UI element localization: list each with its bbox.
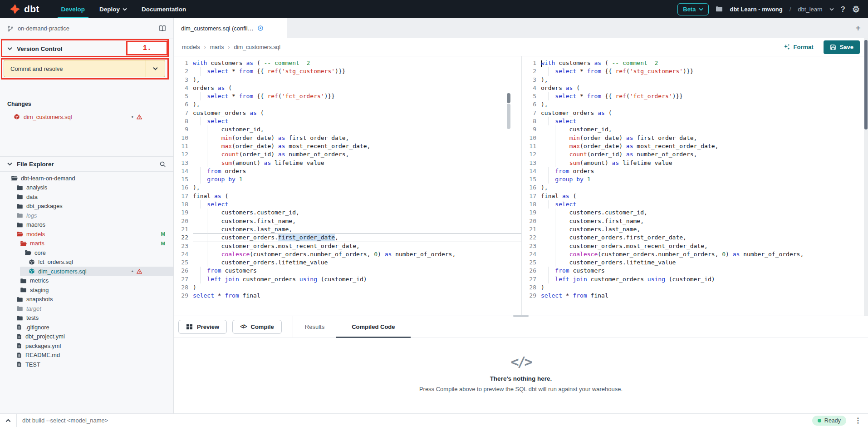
code-line-22[interactable]: 22 customer_orders.first_order_date, — [522, 233, 868, 242]
tree-item-marts[interactable]: martsM — [0, 239, 173, 248]
code-line-1[interactable]: 1with customers as ( -- comment 2 — [174, 59, 521, 67]
chevron-up-icon[interactable] — [0, 419, 16, 422]
code-line-21[interactable]: 21 customers.last_name, — [174, 225, 521, 233]
code-line-21[interactable]: 21 customers.last_name, — [522, 225, 868, 233]
docs-book-icon[interactable] — [159, 25, 166, 32]
editor-tab-dim-customers[interactable]: dim_customers.sql (confli… — [174, 18, 287, 38]
code-line-5[interactable]: 5 select * from {{ ref('fct_orders')}} — [174, 92, 521, 100]
tree-item-dbt-packages[interactable]: dbt_packages — [0, 202, 173, 211]
code-line-7[interactable]: 7customer_orders as ( — [174, 109, 521, 117]
new-tab-button[interactable]: + — [855, 24, 868, 33]
code-line-8[interactable]: 8 select — [522, 117, 868, 125]
code-line-4[interactable]: 4orders as ( — [522, 84, 868, 92]
environment-name[interactable]: dbt_learn — [798, 6, 822, 13]
code-line-11[interactable]: 11 max(order_date) as most_recent_order_… — [174, 142, 521, 150]
code-line-25[interactable]: 25 customer_orders.lifetime_value — [174, 258, 521, 267]
code-line-16[interactable]: 16), — [174, 184, 521, 192]
code-line-29[interactable]: 29select * from final — [174, 292, 521, 300]
code-line-6[interactable]: 6), — [522, 100, 868, 109]
tree-item-core[interactable]: core — [0, 248, 173, 258]
compile-button[interactable]: </> Compile — [232, 320, 282, 334]
editor-scrollbar[interactable] — [864, 38, 868, 316]
code-line-3[interactable]: 3), — [174, 76, 521, 84]
breadcrumb-file[interactable]: dim_customers.sql — [234, 44, 280, 50]
beta-dropdown[interactable]: Beta — [677, 3, 709, 15]
tree-item-staging[interactable]: staging — [0, 285, 173, 295]
dbt-logo[interactable]: dbt — [0, 0, 48, 18]
code-line-20[interactable]: 20 customers.first_name, — [522, 217, 868, 225]
code-line-9[interactable]: 9 customer_id, — [174, 125, 521, 134]
code-line-23[interactable]: 23 customer_orders.most_recent_order_dat… — [522, 242, 868, 250]
tree-item-metrics[interactable]: metrics — [0, 276, 173, 286]
code-line-24[interactable]: 24 coalesce(customer_orders.number_of_or… — [174, 250, 521, 258]
nav-tab-deploy[interactable]: Deploy — [92, 0, 134, 18]
nav-tab-documentation[interactable]: Documentation — [134, 0, 193, 18]
code-line-6[interactable]: 6), — [174, 100, 521, 109]
code-line-8[interactable]: 8 select — [174, 117, 521, 125]
tree-item-macros[interactable]: macros — [0, 220, 173, 230]
scrollbar-marker[interactable] — [507, 93, 510, 103]
code-line-14[interactable]: 14 from orders — [522, 167, 868, 175]
code-line-17[interactable]: 17final as ( — [522, 192, 868, 200]
code-line-24[interactable]: 24 coalesce(customer_orders.number_of_or… — [522, 250, 868, 258]
tree-item-snapshots[interactable]: snapshots — [0, 295, 173, 304]
save-button[interactable]: Save — [824, 40, 860, 54]
code-line-11[interactable]: 11 max(order_date) as most_recent_order_… — [522, 142, 868, 150]
help-icon[interactable]: ? — [841, 5, 845, 13]
code-line-12[interactable]: 12 count(order_id) as number_of_orders, — [522, 150, 868, 159]
preview-button[interactable]: Preview — [178, 320, 227, 334]
tree-item-dbt-learn-on-demand[interactable]: dbt-learn-on-demand — [0, 174, 173, 183]
code-line-19[interactable]: 19 customers.customer_id, — [522, 209, 868, 217]
code-line-25[interactable]: 25 customer_orders.lifetime_value — [522, 258, 868, 267]
tree-item-target[interactable]: target — [0, 304, 173, 313]
code-line-28[interactable]: 28) — [174, 283, 521, 292]
code-line-22[interactable]: 22 customer_orders.first_order_date, — [174, 233, 521, 242]
code-line-26[interactable]: 26 from customers — [522, 267, 868, 275]
chevron-down-icon[interactable] — [829, 8, 834, 11]
scrollbar-thumb[interactable] — [864, 40, 868, 129]
command-input[interactable]: dbt build --select <model_name> — [22, 417, 108, 424]
commit-dropdown-toggle[interactable] — [146, 60, 165, 77]
code-line-23[interactable]: 23 customer_orders.most_recent_order_dat… — [174, 242, 521, 250]
tab-compiled-code[interactable]: Compiled Code — [336, 316, 410, 338]
code-line-3[interactable]: 3), — [522, 76, 868, 84]
breadcrumb-marts[interactable]: marts — [210, 44, 224, 50]
tree-item--gitignore[interactable]: .gitignore — [0, 323, 173, 332]
code-line-18[interactable]: 18 select — [174, 200, 521, 209]
tree-item-readme-md[interactable]: README.md — [0, 351, 173, 360]
code-line-4[interactable]: 4orders as ( — [174, 84, 521, 92]
code-pane-left[interactable]: 1with customers as ( -- comment 22 selec… — [174, 56, 522, 316]
changes-item-dim-customers[interactable]: dim_customers.sql • — [0, 112, 173, 122]
code-line-10[interactable]: 10 min(order_date) as first_order_date, — [174, 134, 521, 142]
tree-item-analysis[interactable]: analysis — [0, 183, 173, 193]
tree-item-data[interactable]: data — [0, 192, 173, 202]
tree-item-dim-customers-sql[interactable]: dim_customers.sql• — [20, 267, 173, 276]
tree-item-models[interactable]: modelsM — [0, 229, 173, 239]
code-line-12[interactable]: 12 count(order_id) as number_of_orders, — [174, 150, 521, 159]
code-line-18[interactable]: 18 select — [522, 200, 868, 209]
code-line-17[interactable]: 17final as ( — [174, 192, 521, 200]
code-line-14[interactable]: 14 from orders — [174, 167, 521, 175]
code-pane-right[interactable]: 1with customers as ( -- comment 22 selec… — [522, 56, 868, 316]
code-line-29[interactable]: 29select * from final — [522, 292, 868, 300]
tree-item-logs[interactable]: logs — [0, 211, 173, 220]
code-line-27[interactable]: 27 left join customer_orders using (cust… — [522, 275, 868, 283]
code-line-7[interactable]: 7customer_orders as ( — [522, 109, 868, 117]
format-button[interactable]: Format — [783, 44, 814, 51]
breadcrumb-models[interactable]: models — [182, 44, 200, 50]
code-line-16[interactable]: 16), — [522, 184, 868, 192]
file-explorer-header[interactable]: File Explorer — [0, 156, 173, 172]
project-name[interactable]: dbt Learn - mwong — [730, 6, 782, 13]
commit-and-resolve-button[interactable]: Commit and resolve — [4, 60, 165, 77]
tree-item-packages-yml[interactable]: packages.yml — [0, 341, 173, 351]
tab-results[interactable]: Results — [293, 316, 336, 338]
git-branch-row[interactable]: on-demand-practice — [0, 18, 173, 39]
tree-item-dbt-project-yml[interactable]: dbt_project.yml — [0, 332, 173, 342]
left-pane-scrollbar[interactable] — [507, 56, 510, 316]
code-line-13[interactable]: 13 sum(amount) as lifetime_value — [174, 159, 521, 167]
code-line-15[interactable]: 15 group by 1 — [522, 175, 868, 184]
nav-tab-develop[interactable]: Develop — [54, 0, 93, 18]
code-line-28[interactable]: 28) — [522, 283, 868, 292]
tree-item-test[interactable]: TEST — [0, 360, 173, 369]
code-line-1[interactable]: 1with customers as ( -- comment 2 — [522, 59, 868, 67]
